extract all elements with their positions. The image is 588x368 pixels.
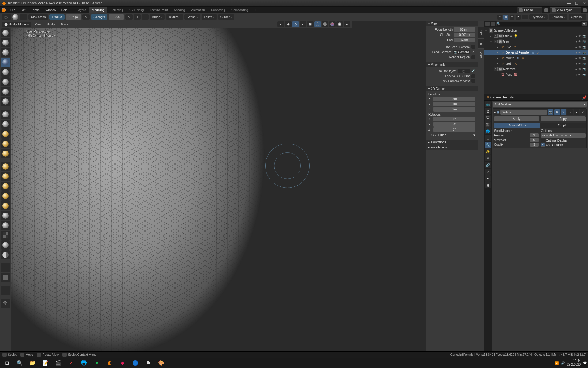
tool-move[interactable]	[1, 299, 10, 308]
props-tab-texture[interactable]: ▦	[485, 182, 491, 188]
tree-studio[interactable]: ▸⊞Studio💡◂👁📷	[484, 33, 588, 39]
viewlayer-selector[interactable]: View Layer	[550, 7, 581, 13]
menu-view[interactable]: View	[33, 22, 43, 27]
tab-sculpting[interactable]: Sculpting	[107, 7, 126, 13]
viewport-3d[interactable]: User Perspective (95) Genesis8Female	[11, 21, 426, 351]
outliner-search[interactable]: 🔍	[496, 21, 581, 26]
rotation-mode-dropdown[interactable]: XYZ Euler▾	[428, 133, 475, 137]
strength-pressure-toggle[interactable]: ✎	[125, 14, 133, 20]
cursor-y-input[interactable]: 0 m	[433, 102, 475, 106]
props-tab-physics[interactable]: ⚛	[485, 155, 491, 161]
tree-scene-collection[interactable]: ▾⊞Scene Collection	[484, 28, 588, 33]
brush-preview-icon[interactable]	[12, 14, 18, 20]
menu-render[interactable]: Render	[28, 7, 43, 13]
lock-obj-field[interactable]: ⬚	[458, 69, 470, 73]
tray-notifications-icon[interactable]: 💬	[583, 361, 587, 365]
modifier-delete[interactable]: ✕	[580, 109, 586, 115]
props-object-name[interactable]: Genesis8Female	[490, 96, 514, 99]
tool-blob[interactable]	[1, 87, 10, 96]
symmetry-lock-button[interactable]: ⬚	[497, 15, 502, 20]
cursor-dropdown[interactable]: Cursor	[218, 14, 234, 20]
props-tab-object[interactable]: ▢	[485, 135, 491, 141]
radius-pressure-toggle[interactable]: ✎	[82, 14, 90, 20]
tool-box-mask[interactable]	[1, 273, 10, 282]
tool-crease[interactable]	[1, 97, 10, 106]
clip-start-input[interactable]: 0.001 m	[454, 33, 475, 37]
gizmo-toggle[interactable]: ⊕	[285, 21, 292, 27]
modifier-edit-toggle[interactable]: ✎	[561, 109, 566, 115]
tray-wifi-icon[interactable]: 📶	[555, 361, 559, 365]
mode-select-dropdown[interactable]: ⬤ Sculpt Mode ▾	[2, 22, 31, 27]
modifier-move-down[interactable]: ▾	[574, 109, 579, 115]
modifier-apply-button[interactable]: Apply	[494, 116, 539, 121]
tool-flatten[interactable]	[1, 120, 10, 129]
optimal-display-checkbox[interactable]	[541, 139, 545, 142]
panel-view-header[interactable]: View	[426, 21, 478, 26]
tool-clay[interactable]	[1, 48, 10, 57]
tool-nudge[interactable]	[1, 221, 10, 230]
props-tab-world[interactable]: 🌐	[485, 128, 491, 134]
direction-sub-button[interactable]: −	[142, 14, 149, 20]
tool-smooth[interactable]	[1, 110, 10, 119]
brush-picker-button[interactable]: ☰	[20, 14, 27, 20]
props-pin-button[interactable]: 📌	[582, 95, 587, 100]
cursor-rx-input[interactable]: 0°	[433, 117, 475, 121]
taskbar-app-blender[interactable]: ◐	[104, 358, 115, 367]
tool-pose[interactable]	[1, 211, 10, 220]
taskbar-app-notes[interactable]: 📝	[40, 358, 51, 367]
camera-icon[interactable]: 📷	[582, 67, 586, 71]
subdiv-quality-input[interactable]: 3	[530, 143, 539, 147]
tool-slide[interactable]	[1, 240, 10, 250]
camera-icon[interactable]: 📷	[582, 34, 586, 38]
focal-input[interactable]: 85 mm	[454, 27, 475, 32]
xray-toggle[interactable]: ⊡	[307, 21, 314, 27]
tool-draw[interactable]	[1, 28, 10, 37]
cursor-z-input[interactable]: 0 m	[433, 107, 475, 112]
menu-help[interactable]: Help	[59, 7, 70, 13]
taskbar-app-slack[interactable]: ◆	[117, 358, 128, 367]
modifier-realtime-toggle[interactable]: 🖥	[554, 109, 560, 115]
symmetry-x-toggle[interactable]: X	[503, 15, 508, 20]
tab-layout[interactable]: Layout	[74, 7, 89, 13]
tool-inflate[interactable]	[1, 77, 10, 86]
modifier-move-up[interactable]: ▴	[567, 109, 573, 115]
tool-snakehook[interactable]	[1, 191, 10, 201]
shading-wireframe[interactable]	[314, 21, 321, 27]
taskbar-app-paint[interactable]: 🎨	[156, 358, 167, 367]
shading-solid[interactable]	[322, 21, 328, 27]
eye-icon[interactable]: 👁	[578, 56, 581, 60]
tool-pinch[interactable]	[1, 162, 10, 171]
eye-icon[interactable]: 👁	[578, 45, 581, 49]
uv-smooth-dropdown[interactable]: Smooth, keep corners ▾	[541, 133, 586, 138]
symmetry-z-toggle[interactable]: Z	[516, 15, 521, 20]
exclude-icon[interactable]: ◂	[575, 45, 577, 49]
tree-front[interactable]: 🖼front🖼◂👁📷	[484, 72, 588, 77]
brush-name-field[interactable]: Clay Strips	[28, 14, 48, 20]
eye-icon[interactable]: 👁	[578, 67, 581, 71]
lock-obj-eyedropper[interactable]: 💉	[471, 69, 475, 73]
camera-icon[interactable]: 📷	[582, 73, 586, 76]
tab-shading[interactable]: Shading	[171, 7, 188, 13]
props-tab-data[interactable]: ▽	[485, 169, 491, 175]
npanel-tab-tool[interactable]: Tool	[478, 38, 484, 49]
exclude-icon[interactable]: ◂	[575, 73, 577, 76]
outliner-type-button[interactable]	[485, 22, 490, 26]
editor-type-button[interactable]: ⬚▾	[2, 14, 11, 20]
camera-icon[interactable]: 📷	[582, 40, 586, 43]
radius-input[interactable]: 102 px	[66, 14, 81, 20]
tree-referens[interactable]: ▾⊞Referens◂👁📷	[484, 66, 588, 72]
tab-modeling[interactable]: Modeling	[89, 7, 107, 13]
taskbar-explorer[interactable]: 📁	[27, 358, 38, 367]
props-tab-scene[interactable]: 🎬	[485, 121, 491, 128]
exclude-icon[interactable]: ◂	[575, 56, 577, 60]
eye-icon[interactable]: 👁	[578, 34, 581, 38]
camera-icon[interactable]: 📷	[582, 56, 586, 60]
scene-new-button[interactable]	[544, 8, 548, 12]
shading-matprev[interactable]	[329, 21, 336, 27]
panel-annotations-header[interactable]: Annotations	[426, 145, 478, 150]
stroke-dropdown[interactable]: Stroke	[184, 14, 200, 20]
tool-mesh-filter[interactable]	[1, 286, 10, 295]
subdiv-render-input[interactable]: 2	[530, 133, 539, 137]
overlay-toggle[interactable]: ⊙	[292, 21, 299, 27]
tab-compositing[interactable]: Compositing	[228, 7, 251, 13]
